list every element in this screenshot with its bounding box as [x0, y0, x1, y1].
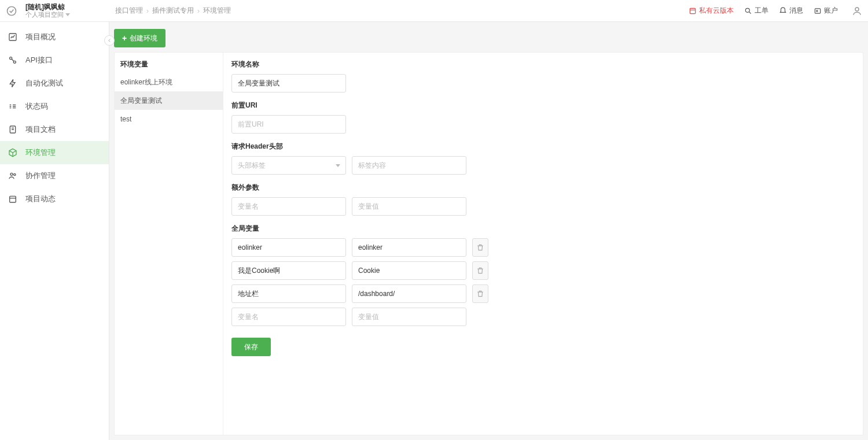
sidebar-item-autotest[interactable]: 自动化测试 — [0, 72, 109, 95]
global-var-value-input[interactable] — [352, 238, 466, 257]
cube-icon — [8, 148, 17, 157]
global-var-name-input[interactable] — [231, 238, 346, 257]
label-global-vars: 全局变量 — [231, 224, 855, 234]
svg-point-10 — [10, 173, 13, 175]
plus-icon: + — [122, 34, 127, 42]
package-icon — [689, 7, 697, 15]
trash-icon — [476, 243, 484, 252]
env-list-item[interactable]: test — [115, 110, 223, 128]
calendar-icon — [8, 194, 17, 204]
svg-point-11 — [14, 173, 16, 175]
delete-row-button[interactable] — [472, 284, 488, 303]
project-name: [随机]飒飒鲸 — [25, 3, 98, 11]
global-var-row — [231, 238, 855, 257]
env-list-item[interactable]: eolinker线上环境 — [115, 73, 223, 91]
svg-point-4 — [816, 10, 818, 11]
sidebar-item-api[interactable]: API接口 — [0, 49, 109, 72]
global-var-row — [231, 261, 855, 280]
bolt-icon — [8, 79, 17, 88]
global-var-value-input[interactable] — [352, 284, 466, 303]
env-list-item[interactable]: 全局变量测试 — [115, 91, 223, 110]
id-icon — [814, 7, 822, 15]
workspace-label: 个人项目空间 — [25, 11, 98, 19]
delete-row-button[interactable] — [472, 238, 488, 257]
global-var-value-input[interactable] — [352, 308, 466, 326]
content: + 创建环境 环境变量 eolinker线上环境 全局变量测试 test 环境名… — [109, 22, 868, 440]
env-name-input[interactable] — [231, 74, 346, 93]
chevron-down-icon — [336, 164, 340, 167]
label-env-name: 环境名称 — [231, 60, 855, 69]
breadcrumb-item[interactable]: 接口管理 — [115, 6, 143, 16]
global-var-value-input[interactable] — [352, 261, 466, 280]
env-list-title: 环境变量 — [115, 53, 223, 73]
user-avatar-icon[interactable] — [852, 6, 862, 16]
svg-point-0 — [8, 6, 16, 15]
trash-icon — [476, 290, 484, 298]
users-icon — [8, 171, 17, 180]
env-list: 环境变量 eolinker线上环境 全局变量测试 test — [115, 53, 223, 435]
svg-rect-1 — [690, 8, 695, 13]
delete-row-button[interactable] — [472, 261, 488, 280]
trash-icon — [476, 267, 484, 275]
account-link[interactable]: 账户 — [814, 6, 838, 16]
breadcrumb: 接口管理 › 插件测试专用 › 环境管理 — [115, 6, 231, 16]
label-extra-params: 额外参数 — [231, 183, 855, 193]
top-bar: [随机]飒飒鲸 个人项目空间 接口管理 › 插件测试专用 › 环境管理 私有云版… — [0, 0, 868, 22]
chart-icon — [8, 32, 17, 42]
global-var-row — [231, 284, 855, 303]
header-content-input[interactable] — [352, 156, 466, 175]
global-var-name-input[interactable] — [231, 261, 346, 280]
extra-param-value-input[interactable] — [352, 197, 466, 216]
sidebar-item-overview[interactable]: 项目概况 — [0, 25, 109, 49]
sidebar-item-collab[interactable]: 协作管理 — [0, 164, 109, 187]
svg-point-5 — [855, 8, 859, 11]
project-switcher[interactable]: [随机]飒飒鲸 个人项目空间 — [25, 3, 98, 19]
sidebar-item-env[interactable]: 环境管理 — [0, 141, 109, 164]
collapse-sidebar-button[interactable] — [104, 35, 115, 46]
search-icon — [744, 7, 752, 15]
logo-icon — [6, 5, 17, 17]
header-tag-select[interactable] — [231, 156, 346, 175]
code-icon — [8, 102, 17, 111]
env-form: 环境名称 前置URI 请求Header头部 — [223, 53, 863, 435]
doc-icon — [8, 125, 17, 134]
sidebar-item-status[interactable]: 状态码 — [0, 95, 109, 118]
chevron-down-icon — [65, 13, 70, 16]
sidebar: 项目概况 API接口 自动化测试 状态码 项目文档 环境管理 — [0, 22, 109, 440]
svg-rect-12 — [10, 196, 16, 202]
save-button[interactable]: 保存 — [231, 338, 271, 356]
extra-param-name-input[interactable] — [231, 197, 346, 216]
create-env-button[interactable]: + 创建环境 — [114, 29, 165, 47]
private-cloud-link[interactable]: 私有云版本 — [689, 6, 734, 16]
front-uri-input[interactable] — [231, 115, 346, 134]
global-var-name-input[interactable] — [231, 308, 346, 326]
sidebar-item-activity[interactable]: 项目动态 — [0, 187, 109, 210]
api-icon — [8, 56, 17, 65]
label-req-header: 请求Header头部 — [231, 142, 855, 151]
svg-point-2 — [745, 8, 749, 12]
global-var-row-empty — [231, 308, 855, 326]
message-link[interactable]: 消息 — [779, 6, 803, 16]
ticket-link[interactable]: 工单 — [744, 6, 768, 16]
label-front-uri: 前置URI — [231, 101, 855, 110]
bell-icon — [779, 7, 787, 15]
breadcrumb-item[interactable]: 环境管理 — [203, 6, 231, 16]
breadcrumb-item[interactable]: 插件测试专用 — [152, 6, 194, 16]
chevron-left-icon — [106, 38, 112, 43]
sidebar-item-docs[interactable]: 项目文档 — [0, 118, 109, 141]
global-var-name-input[interactable] — [231, 284, 346, 303]
